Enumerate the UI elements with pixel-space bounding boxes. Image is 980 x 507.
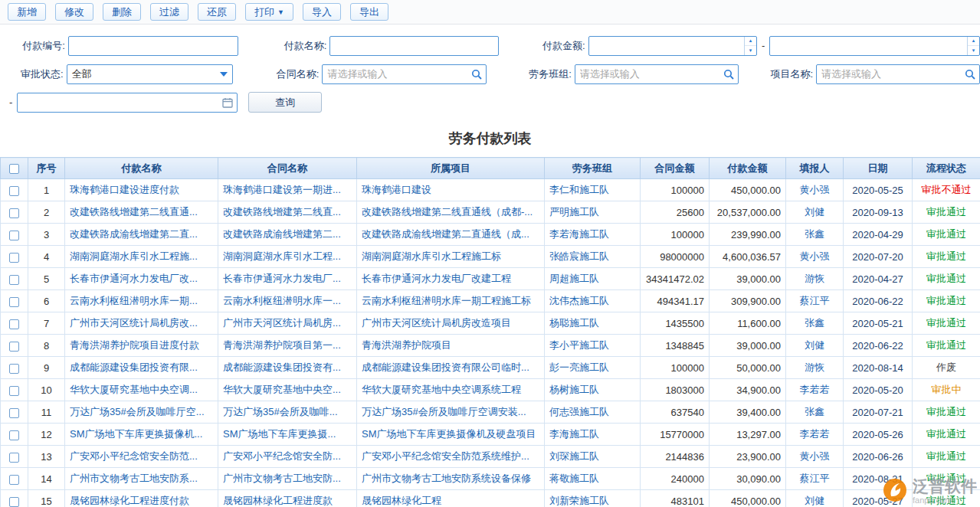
project-name-input[interactable] bbox=[817, 65, 961, 83]
payment-name-link[interactable]: 长春市伊通河水力发电厂改... bbox=[65, 268, 218, 290]
filter-button[interactable]: 过滤 bbox=[150, 3, 188, 21]
add-button[interactable]: 新增 bbox=[8, 3, 46, 21]
search-button[interactable]: 查询 bbox=[248, 92, 322, 113]
labor-team-link[interactable]: 杨聪施工队 bbox=[545, 312, 641, 335]
search-icon[interactable] bbox=[719, 65, 738, 83]
calendar-icon[interactable] bbox=[218, 93, 237, 112]
reporter-link[interactable]: 张鑫 bbox=[786, 312, 844, 335]
reporter-link[interactable]: 黄小强 bbox=[786, 179, 844, 201]
reporter-link[interactable]: 刘健 bbox=[786, 201, 844, 224]
contract-name-link[interactable]: SM广场地下车库更换摄... bbox=[218, 424, 357, 446]
search-icon[interactable] bbox=[467, 65, 486, 83]
project-name-link[interactable]: 广安邓小平纪念馆安全防范系统维护... bbox=[357, 446, 545, 468]
contract-name-link[interactable]: 成都能源建设集团投资有... bbox=[218, 357, 357, 379]
row-checkbox[interactable] bbox=[9, 342, 19, 352]
project-name-link[interactable]: 华软大厦研究基地中央空调系统工程 bbox=[357, 379, 545, 401]
contract-name-link[interactable]: 长春市伊通河水力发电厂... bbox=[218, 268, 357, 290]
search-icon[interactable] bbox=[961, 65, 979, 83]
payment-name-link[interactable]: SM广场地下车库更换摄像机... bbox=[65, 424, 218, 446]
spinner-down-icon[interactable]: ▼ bbox=[745, 46, 756, 55]
project-name-link[interactable]: 广州市文物考古工地安防系统设备保修 bbox=[357, 468, 545, 490]
payment-name-link[interactable]: 华软大厦研究基地中央空调... bbox=[65, 379, 218, 401]
payment-name-link[interactable]: 成都能源建设集团投资有限... bbox=[65, 357, 218, 379]
reporter-link[interactable]: 游恢 bbox=[786, 357, 844, 379]
project-name-link[interactable]: 改建铁路成渝线增建第二直通线（成... bbox=[357, 224, 545, 246]
row-checkbox[interactable] bbox=[9, 231, 19, 240]
date-input[interactable] bbox=[18, 93, 218, 112]
table-row[interactable]: 7广州市天河区统计局机房改...广州市天河区统计局机房...广州市天河区统计局机… bbox=[1, 312, 980, 335]
reporter-link[interactable]: 黄小强 bbox=[786, 446, 844, 468]
labor-team-link[interactable]: 周超施工队 bbox=[545, 268, 641, 290]
row-checkbox[interactable] bbox=[9, 275, 19, 285]
table-row[interactable]: 8青海洪湖养护院项目进度付款青海洪湖养护院项目第一...青海洪湖养护院项目李小平… bbox=[1, 335, 980, 357]
labor-team-link[interactable]: 蒋敬施工队 bbox=[545, 468, 641, 490]
labor-team-link[interactable]: 李小平施工队 bbox=[545, 335, 641, 357]
reporter-link[interactable]: 蔡江平 bbox=[786, 290, 844, 312]
reporter-link[interactable]: 刘健 bbox=[786, 490, 844, 507]
column-header-reporter[interactable]: 填报人 bbox=[786, 158, 844, 179]
table-row[interactable]: 2改建铁路线增建第二线直通...改建铁路线增建第二线直...改建铁路线增建第二线… bbox=[1, 201, 980, 224]
payment-name-link[interactable]: 广州市天河区统计局机房改... bbox=[65, 312, 218, 335]
table-row[interactable]: 5长春市伊通河水力发电厂改...长春市伊通河水力发电厂...长春市伊通河水力发电… bbox=[1, 268, 980, 290]
labor-team-link[interactable]: 杨树施工队 bbox=[545, 379, 641, 401]
row-checkbox[interactable] bbox=[9, 408, 19, 418]
row-checkbox[interactable] bbox=[9, 497, 19, 507]
payment-name-link[interactable]: 青海洪湖养护院项目进度付款 bbox=[65, 335, 218, 357]
labor-team-link[interactable]: 沈伟杰施工队 bbox=[545, 290, 641, 312]
spinner-up-icon[interactable]: ▲ bbox=[968, 37, 979, 47]
contract-name-link[interactable]: 晟铭园林绿化工程进度款 bbox=[218, 490, 357, 507]
reporter-link[interactable]: 蔡江平 bbox=[786, 468, 844, 490]
reporter-link[interactable]: 李若若 bbox=[786, 379, 844, 401]
payment-name-link[interactable]: 改建铁路成渝线增建第二直... bbox=[65, 224, 218, 246]
contract-name-link[interactable]: 广州市文物考古工地安防... bbox=[218, 468, 357, 490]
approval-status-select[interactable]: 全部 bbox=[67, 64, 233, 84]
row-checkbox[interactable] bbox=[9, 297, 19, 307]
row-checkbox[interactable] bbox=[9, 475, 19, 485]
project-name-link[interactable]: 青海洪湖养护院项目 bbox=[357, 335, 545, 357]
row-checkbox[interactable] bbox=[9, 430, 19, 440]
row-checkbox[interactable] bbox=[9, 386, 19, 396]
table-row[interactable]: 12SM广场地下车库更换摄像机...SM广场地下车库更换摄...SM广场地下车库… bbox=[1, 424, 980, 446]
contract-name-input[interactable] bbox=[323, 65, 467, 83]
labor-team-link[interactable]: 李若海施工队 bbox=[545, 224, 641, 246]
table-row[interactable]: 10华软大厦研究基地中央空调...华软大厦研究基地中央空...华软大厦研究基地中… bbox=[1, 379, 980, 401]
contract-name-link[interactable]: 万达广场35#会所及咖啡... bbox=[218, 401, 357, 424]
project-name-link[interactable]: 晟铭园林绿化工程 bbox=[357, 490, 545, 507]
payment-no-input[interactable] bbox=[69, 37, 238, 55]
labor-team-link[interactable]: 何志强施工队 bbox=[545, 401, 641, 424]
spinner-down-icon[interactable]: ▼ bbox=[968, 46, 979, 55]
labor-team-input[interactable] bbox=[575, 65, 719, 83]
import-button[interactable]: 导入 bbox=[303, 3, 341, 21]
payment-name-link[interactable]: 万达广场35#会所及咖啡厅空... bbox=[65, 401, 218, 424]
project-name-link[interactable]: SM广场地下车库更换摄像机及硬盘项目 bbox=[357, 424, 545, 446]
contract-name-link[interactable]: 改建铁路线增建第二线直... bbox=[218, 201, 357, 224]
table-row[interactable]: 13广安邓小平纪念馆安全防范...广安邓小平纪念馆安全防...广安邓小平纪念馆安… bbox=[1, 446, 980, 468]
row-checkbox[interactable] bbox=[9, 253, 19, 263]
table-row[interactable]: 9成都能源建设集团投资有限...成都能源建设集团投资有...成都能源建设集团投资… bbox=[1, 357, 980, 379]
row-checkbox[interactable] bbox=[9, 208, 19, 218]
payment-amount-from-input[interactable] bbox=[589, 37, 744, 55]
column-header-contract-name[interactable]: 合同名称 bbox=[218, 158, 357, 179]
payment-amount-to-input[interactable] bbox=[770, 37, 967, 55]
project-name-link[interactable]: 珠海鹤港口建设 bbox=[357, 179, 545, 201]
row-checkbox[interactable] bbox=[9, 186, 19, 196]
payment-name-link[interactable]: 广州市文物考古工地安防系... bbox=[65, 468, 218, 490]
labor-team-link[interactable]: 刘琛施工队 bbox=[545, 446, 641, 468]
table-row[interactable]: 4湖南洞庭湖水库引水工程施...湖南洞庭湖水库引水工程...湖南洞庭湖水库引水工… bbox=[1, 246, 980, 268]
project-name-link[interactable]: 云南水利枢纽潜明水库一期工程施工标 bbox=[357, 290, 545, 312]
labor-team-link[interactable]: 彭一亮施工队 bbox=[545, 357, 641, 379]
spinner-up-icon[interactable]: ▲ bbox=[745, 37, 756, 47]
contract-name-link[interactable]: 广州市天河区统计局机房... bbox=[218, 312, 357, 335]
contract-name-link[interactable]: 广安邓小平纪念馆安全防... bbox=[218, 446, 357, 468]
contract-name-link[interactable]: 改建铁路成渝线增建第二... bbox=[218, 224, 357, 246]
row-checkbox[interactable] bbox=[9, 319, 19, 329]
row-checkbox[interactable] bbox=[9, 453, 19, 463]
select-all-checkbox[interactable] bbox=[9, 164, 19, 174]
payment-name-link[interactable]: 晟铭园林绿化工程进度付款 bbox=[65, 490, 218, 507]
table-row[interactable]: 11万达广场35#会所及咖啡厅空...万达广场35#会所及咖啡...万达广场35… bbox=[1, 401, 980, 424]
project-name-link[interactable]: 万达广场35#会所及咖啡厅空调安装... bbox=[357, 401, 545, 424]
delete-button[interactable]: 删除 bbox=[103, 3, 141, 21]
restore-button[interactable]: 还原 bbox=[198, 3, 236, 21]
export-button[interactable]: 导出 bbox=[350, 3, 388, 21]
column-header-project[interactable]: 所属项目 bbox=[357, 158, 545, 179]
